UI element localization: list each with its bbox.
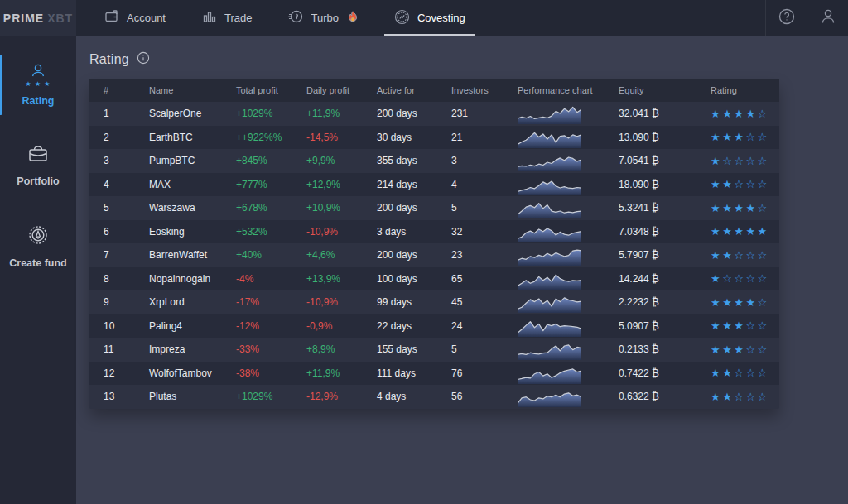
sparkline-chart — [518, 386, 581, 407]
daily-profit-cell: -14,5% — [306, 132, 377, 143]
rating-stars-cell: ★★★★☆ — [711, 296, 779, 309]
trader-name-cell: Warszawa — [149, 202, 236, 214]
table-row[interactable]: 1 ScalperOne +1029% +11,9% 200 days 231 … — [89, 102, 779, 126]
table-row[interactable]: 5 Warszawa +678% +10,9% 200 days 5 5.324… — [89, 196, 779, 220]
sidebar-item-create-fund[interactable]: Create fund — [0, 212, 76, 281]
trader-name-cell: BarrenWaffet — [149, 249, 236, 261]
sparkline-chart — [518, 244, 581, 266]
trader-name-cell: Eosking — [149, 226, 236, 238]
active-for-cell: 200 days — [377, 108, 451, 119]
logo-text-xbt: XBT — [47, 12, 73, 25]
rating-icon-stars: ★ ★ ★ — [26, 80, 51, 88]
logo-text-prime: PRIME — [3, 12, 44, 25]
total-profit-cell: +1029% — [236, 391, 306, 402]
investors-cell: 24 — [451, 320, 518, 332]
table-row[interactable]: 10 Paling4 -12% -0,9% 22 days 24 5.0907 … — [89, 314, 779, 338]
rank-cell: 3 — [89, 155, 149, 166]
investors-cell: 5 — [451, 343, 518, 355]
sparkline-chart — [518, 268, 581, 290]
daily-profit-cell: +13,9% — [306, 273, 377, 285]
primexbt-logo[interactable]: PRIME XBT — [0, 0, 76, 36]
table-row[interactable]: 8 Nopainnogain -4% +13,9% 100 days 65 14… — [89, 267, 779, 291]
sidebar-item-rating[interactable]: ★ ★ ★ Rating — [0, 51, 76, 118]
daily-profit-cell: +11,9% — [306, 108, 377, 119]
briefcase-icon — [26, 143, 51, 168]
help-button[interactable] — [765, 0, 807, 36]
sparkline-chart — [518, 221, 581, 242]
table-body: 1 ScalperOne +1029% +11,9% 200 days 231 … — [89, 102, 779, 409]
col-header-rating: Rating — [711, 85, 779, 95]
tab-account[interactable]: Account — [86, 0, 184, 36]
tab-covesting-label: Covesting — [417, 12, 465, 24]
sidebar-item-rating-label: Rating — [22, 95, 55, 107]
table-row[interactable]: 3 PumpBTC +845% +9,9% 355 days 3 7.0541 … — [89, 149, 779, 173]
rating-person-stars-icon: ★ ★ ★ — [26, 63, 51, 88]
investors-cell: 65 — [451, 273, 518, 285]
table-row[interactable]: 9 XrpLord -17% -10,9% 99 days 45 2.2232 … — [89, 290, 779, 314]
total-profit-cell: +777% — [236, 179, 306, 190]
investors-cell: 56 — [451, 391, 518, 402]
equity-cell: 13.090 ₿ — [619, 132, 711, 143]
rank-cell: 5 — [89, 202, 149, 214]
total-profit-cell: -33% — [236, 343, 306, 355]
rank-cell: 9 — [89, 296, 149, 308]
tab-trade[interactable]: Trade — [184, 0, 270, 36]
rank-cell: 12 — [89, 367, 149, 379]
daily-profit-cell: -10,9% — [306, 226, 377, 238]
daily-profit-cell: -10,9% — [306, 296, 377, 308]
rating-table: # Name Total profit Daily profit Active … — [89, 79, 779, 409]
table-row[interactable]: 6 Eosking +532% -10,9% 3 days 32 7.0348 … — [89, 220, 779, 244]
rank-cell: 10 — [89, 320, 149, 332]
tab-turbo[interactable]: Turbo — [270, 0, 375, 36]
table-row[interactable]: 2 EarthBTC ++922%% -14,5% 30 days 21 13.… — [89, 126, 779, 150]
performance-chart-cell — [518, 386, 619, 407]
performance-chart-cell — [518, 221, 619, 242]
trader-name-cell: ScalperOne — [149, 108, 236, 119]
investors-cell: 3 — [451, 155, 518, 166]
nav-tabs: Account Trade Turbo — [86, 0, 484, 36]
wallet-icon — [104, 9, 119, 26]
active-for-cell: 111 days — [377, 367, 451, 379]
active-for-cell: 355 days — [377, 155, 451, 166]
equity-cell: 0.2133 ₿ — [619, 343, 711, 355]
trader-name-cell: XrpLord — [149, 296, 236, 308]
performance-chart-cell — [518, 150, 619, 171]
total-profit-cell: +678% — [236, 202, 306, 214]
tab-covesting[interactable]: Covesting — [376, 0, 484, 36]
trader-name-cell: MAX — [149, 179, 236, 190]
table-row[interactable]: 4 MAX +777% +12,9% 214 days 4 18.090 ₿ ★… — [89, 173, 779, 197]
table-row[interactable]: 12 WolfofTambov -38% +11,9% 111 days 76 … — [89, 362, 779, 386]
profile-button[interactable] — [807, 0, 848, 36]
create-fund-badge-icon — [26, 223, 51, 250]
performance-chart-cell — [518, 338, 619, 360]
table-row[interactable]: 13 Plutas +1029% -12,9% 4 days 56 0.6322… — [89, 385, 779, 409]
trader-name-cell: Nopainnogain — [149, 273, 236, 285]
page-title-row: Rating — [89, 51, 848, 68]
table-row[interactable]: 7 BarrenWaffet +40% +4,6% 200 days 23 5.… — [89, 243, 779, 267]
active-for-cell: 4 days — [377, 391, 451, 402]
performance-chart-cell — [518, 103, 619, 124]
table-row[interactable]: 11 Impreza -33% +8,9% 155 days 5 0.2133 … — [89, 338, 779, 362]
trader-name-cell: EarthBTC — [149, 132, 236, 143]
total-profit-cell: -12% — [236, 320, 306, 332]
investors-cell: 23 — [451, 249, 518, 261]
investors-cell: 21 — [451, 132, 518, 143]
info-icon[interactable] — [137, 51, 150, 68]
total-profit-cell: +40% — [236, 249, 306, 261]
trader-name-cell: Paling4 — [149, 320, 236, 332]
investors-cell: 76 — [451, 367, 518, 379]
active-for-cell: 3 days — [377, 226, 451, 238]
total-profit-cell: +845% — [236, 155, 306, 166]
active-for-cell: 100 days — [377, 273, 451, 285]
total-profit-cell: +1029% — [236, 108, 306, 119]
active-for-cell: 155 days — [377, 343, 451, 355]
performance-chart-cell — [518, 244, 619, 266]
equity-cell: 5.0907 ₿ — [619, 320, 711, 332]
rank-cell: 6 — [89, 226, 149, 238]
rating-stars-cell: ★☆☆☆☆ — [711, 155, 779, 167]
rank-cell: 11 — [89, 343, 149, 355]
equity-cell: 14.244 ₿ — [619, 273, 711, 285]
col-header-investors: Investors — [451, 85, 518, 95]
sidebar-item-portfolio[interactable]: Portfolio — [0, 132, 76, 199]
active-for-cell: 214 days — [377, 179, 451, 190]
